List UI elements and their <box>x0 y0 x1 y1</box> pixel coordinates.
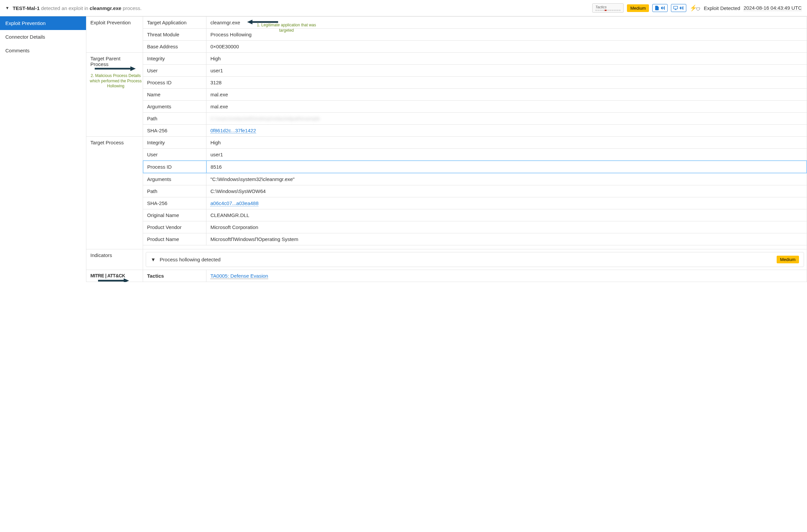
table-row: Exploit Prevention Target Application cl… <box>87 17 807 28</box>
svg-marker-2 <box>247 20 252 24</box>
file-trajectory-icon[interactable] <box>652 4 668 12</box>
header-title: TEST-Mal-1 detected an exploit in cleanm… <box>13 5 589 11</box>
event-header: ▼ TEST-Mal-1 detected an exploit in clea… <box>0 0 807 16</box>
target-process-name: cleanmgr.exe <box>90 5 121 11</box>
value-parent-path: C:\Users\redacted\Desktop\redactedpathex… <box>206 113 807 125</box>
svg-rect-0 <box>674 6 678 9</box>
event-type: Exploit Detected <box>703 5 740 11</box>
tactics-bar <box>595 10 621 11</box>
table-row: Original Name CLEANMGR.DLL <box>87 209 807 221</box>
severity-badge: Medium <box>627 4 649 12</box>
table-row: SHA-256 0f861d2c...37fe1422 <box>87 125 807 137</box>
table-row: User user1 <box>87 149 807 161</box>
tactics-box[interactable]: Tactics <box>592 3 624 13</box>
chevron-down-icon: ▼ <box>151 256 156 262</box>
collapse-icon[interactable]: ▼ <box>5 6 10 10</box>
table-row: User user1 <box>87 65 807 77</box>
timestamp: 2024-08-16 04:43:49 UTC <box>744 5 802 11</box>
table-row: Path C:\Windows\SysWOW64 <box>87 185 807 197</box>
indicator-label: Process hollowing detected <box>160 256 221 262</box>
svg-marker-6 <box>124 278 129 282</box>
table-row: SHA-256 a06c4c07...a03ea488 <box>87 197 807 209</box>
exploit-icon: ⚡🛡 <box>690 4 700 12</box>
sidebar-item-connector-details[interactable]: Connector Details <box>0 30 86 44</box>
value-target-application: cleanmgr.exe 1. Legitimate application t… <box>206 17 807 28</box>
hash-link[interactable]: 0f861d2c...37fe1422 <box>210 128 256 134</box>
section-target-process: Target Process <box>87 137 143 249</box>
table-row: Name mal.exe <box>87 89 807 101</box>
table-row: Target Process Integrity High <box>87 137 807 149</box>
mitre-logo: MITRE | ATT&CK <box>90 273 139 278</box>
main-content: Exploit Prevention Target Application cl… <box>86 16 807 282</box>
sidebar-item-exploit-prevention[interactable]: Exploit Prevention <box>0 16 86 30</box>
indicator-item[interactable]: ▼ Process hollowing detected Medium <box>146 252 804 267</box>
device-trajectory-icon[interactable] <box>671 4 686 12</box>
table-row: Product Name MicrosoftΠWindowsΠOperating… <box>87 233 807 245</box>
section-target-parent: Target Parent Process 2. Malicious Proce… <box>87 53 143 137</box>
details-table: Exploit Prevention Target Application cl… <box>86 16 807 282</box>
table-row: Threat Module Process Hollowing <box>87 28 807 41</box>
svg-marker-4 <box>130 66 136 71</box>
table-row: Path C:\Users\redacted\Desktop\redactedp… <box>87 113 807 125</box>
indicator-severity-badge: Medium <box>777 256 799 263</box>
sidebar-item-comments[interactable]: Comments <box>0 44 86 57</box>
table-row: Target Parent Process 2. Malicious Proce… <box>87 53 807 65</box>
label-tactics: Tactics <box>143 270 206 282</box>
label-target-application: Target Application <box>143 17 206 28</box>
table-row: Arguments "C:\Windows\system32\cleanmgr.… <box>87 173 807 185</box>
section-indicators: Indicators <box>87 249 143 270</box>
table-row: Base Address 0×00E30000 <box>87 41 807 53</box>
table-row <box>87 245 807 249</box>
table-row: MITRE | ATT&CK 3.Mitre Mappings Tactics … <box>87 270 807 282</box>
annotation-2: 2. Malicious Process Details which perfo… <box>89 73 143 89</box>
table-row: Arguments mal.exe <box>87 101 807 113</box>
section-exploit-prevention: Exploit Prevention <box>87 17 143 53</box>
table-row: Product Vendor Microsoft Corporation <box>87 221 807 233</box>
table-row: Process ID 3128 <box>87 77 807 89</box>
section-mitre: MITRE | ATT&CK 3.Mitre Mappings <box>87 270 143 282</box>
table-row-highlighted: Process ID 8516 <box>87 161 807 173</box>
sidebar: Exploit Prevention Connector Details Com… <box>0 16 86 282</box>
annotation-arrow-1 <box>246 19 280 25</box>
table-row: Indicators ▼ Process hollowing detected … <box>87 249 807 270</box>
hostname: TEST-Mal-1 <box>13 5 40 11</box>
tactic-link[interactable]: TA0005: Defense Evasion <box>210 273 268 279</box>
hash-link[interactable]: a06c4c07...a03ea488 <box>210 200 259 206</box>
